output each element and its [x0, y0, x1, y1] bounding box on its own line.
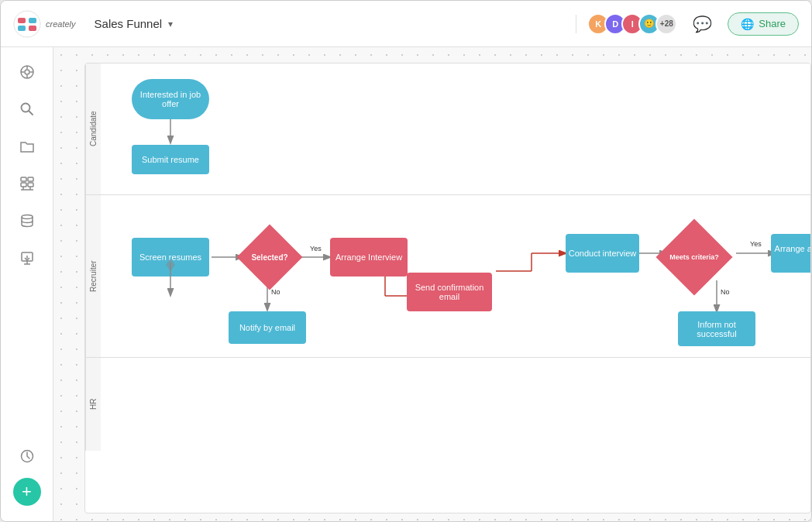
label-no-2: No [721, 288, 730, 296]
components-icon [19, 176, 35, 191]
lane-hr: HR [85, 358, 810, 451]
node-arrange-assessment: Arrange assessment d [771, 234, 811, 273]
node-screen-resumes: Screen resumes [132, 238, 209, 276]
lane-recruiter-content: Yes No Yes No Screen resumes [101, 195, 810, 357]
svg-rect-1 [18, 18, 26, 23]
node-arrange-interview-label: Arrange Interview [335, 252, 402, 262]
main-area: + Candidate [1, 47, 811, 521]
node-notify-email: Notify by email [229, 311, 306, 344]
canvas-area[interactable]: Candidate [53, 47, 811, 521]
node-conduct-interview: Conduct interview [566, 234, 639, 273]
sidebar-item-components[interactable] [12, 168, 43, 199]
search-icon [19, 101, 35, 117]
svg-rect-13 [21, 177, 26, 181]
node-interested: Interested in job offer [132, 79, 209, 119]
node-interested-label: Interested in job offer [132, 90, 209, 108]
svg-rect-4 [29, 26, 36, 31]
node-send-confirmation: Send confirmation email [407, 273, 492, 311]
svg-point-6 [25, 70, 29, 74]
sidebar-item-navigate[interactable] [12, 57, 43, 88]
node-inform-not: Inform not successful [678, 311, 755, 346]
node-screen-resumes-label: Screen resumes [139, 252, 201, 262]
node-arrange-interview: Arrange Interview [330, 238, 408, 276]
svg-line-12 [29, 111, 33, 115]
avatars-group: K D I 🙂 +28 [592, 13, 677, 35]
lane-hr-content [101, 358, 810, 451]
node-selected-label: Selected? [251, 253, 287, 262]
label-yes-2: Yes [750, 240, 762, 248]
diagram-title: Sales Funnel [95, 17, 163, 30]
svg-rect-2 [29, 18, 36, 23]
database-icon [19, 213, 35, 228]
svg-point-20 [22, 215, 33, 219]
lane-recruiter: Recruiter [85, 195, 810, 358]
sidebar-item-import[interactable] [12, 242, 43, 273]
history-icon [19, 448, 35, 464]
node-conduct-interview-label: Conduct interview [569, 249, 636, 258]
sidebar-item-database[interactable] [12, 205, 43, 236]
node-send-confirmation-label: Send confirmation email [407, 283, 492, 301]
node-arrange-assessment-label: Arrange assessment d [771, 244, 811, 263]
logo: creately [13, 10, 76, 38]
logo-text: creately [46, 19, 76, 29]
sidebar-item-folder[interactable] [12, 131, 43, 162]
divider [576, 15, 576, 33]
logo-icon [13, 10, 41, 38]
sidebar-item-search[interactable] [12, 94, 43, 125]
node-inform-not-label: Inform not successful [678, 320, 755, 338]
node-submit-resume-label: Submit resume [142, 155, 199, 164]
svg-rect-15 [21, 183, 26, 187]
globe-icon: 🌐 [741, 18, 754, 30]
svg-rect-14 [28, 177, 33, 181]
label-no-1: No [271, 288, 280, 296]
lane-hr-label: HR [85, 358, 101, 451]
lane-candidate-label: Candidate [85, 64, 101, 194]
navigate-icon [19, 64, 35, 80]
svg-rect-3 [18, 26, 26, 31]
dropdown-arrow-icon[interactable]: ▾ [168, 19, 173, 29]
label-yes-1: Yes [310, 245, 322, 252]
topbar: creately Sales Funnel ▾ K D I 🙂 +28 💬 🌐 … [1, 1, 811, 47]
import-icon [19, 250, 35, 266]
sidebar-item-history[interactable] [12, 441, 43, 472]
svg-point-0 [14, 11, 40, 37]
node-notify-email-label: Notify by email [239, 323, 295, 332]
folder-icon [19, 139, 35, 154]
node-submit-resume: Submit resume [132, 145, 209, 174]
avatar-count: +28 [655, 13, 677, 35]
lane-candidate-content: Interested in job offer Submit resume [101, 64, 810, 194]
node-meets-criteria: Meets criteria? [663, 226, 725, 288]
add-icon: + [22, 482, 32, 502]
svg-rect-16 [28, 183, 33, 187]
node-selected: Selected? [243, 230, 297, 284]
comment-icon[interactable]: 💬 [693, 15, 712, 33]
swimlane-diagram: Candidate [84, 63, 811, 513]
title-area: Sales Funnel ▾ [95, 17, 561, 30]
lane-candidate: Candidate [85, 64, 810, 195]
share-button[interactable]: 🌐 Share [728, 12, 799, 36]
node-meets-criteria-label: Meets criteria? [669, 253, 719, 261]
add-fab-button[interactable]: + [13, 478, 41, 506]
lane-recruiter-label: Recruiter [85, 195, 101, 357]
app-shell: creately Sales Funnel ▾ K D I 🙂 +28 💬 🌐 … [0, 0, 812, 522]
sidebar: + [1, 47, 53, 521]
share-label: Share [759, 18, 786, 29]
candidate-arrows [101, 64, 810, 194]
